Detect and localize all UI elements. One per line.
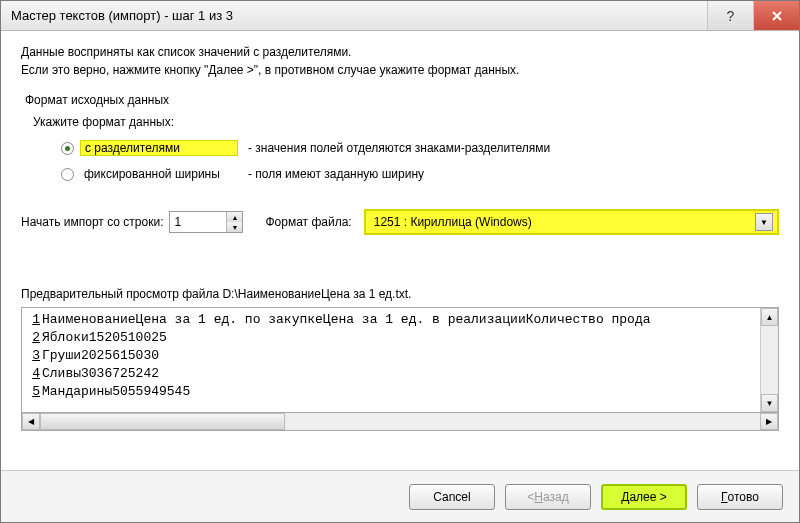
radio-fixed-label: фиксированной ширины <box>80 167 238 181</box>
finish-button[interactable]: Готово <box>697 484 783 510</box>
preview-line: 2Яблоки1520510025 <box>26 328 756 346</box>
scroll-track-h[interactable] <box>40 413 760 430</box>
chevron-down-icon[interactable]: ▼ <box>755 213 773 231</box>
start-row-input[interactable] <box>170 212 226 232</box>
window-title: Мастер текстов (импорт) - шаг 1 из 3 <box>11 8 707 23</box>
next-button[interactable]: Далее > <box>601 484 687 510</box>
spinner-down[interactable]: ▼ <box>227 222 242 232</box>
horizontal-scrollbar[interactable]: ◀ ▶ <box>21 413 779 431</box>
format-sub-label: Укажите формат данных: <box>33 115 779 129</box>
radio-delimited[interactable] <box>61 142 74 155</box>
start-row-label: Начать импорт со строки: <box>21 215 163 229</box>
vertical-scrollbar[interactable]: ▲ ▼ <box>760 308 778 412</box>
preview-line: 1НаименованиеЦена за 1 ед. по закупкеЦен… <box>26 310 756 328</box>
preview-line: 4Сливы3036725242 <box>26 364 756 382</box>
close-button[interactable] <box>753 1 799 30</box>
scroll-left-icon[interactable]: ◀ <box>22 413 40 430</box>
format-group-label: Формат исходных данных <box>25 93 779 107</box>
scroll-track[interactable] <box>761 326 778 394</box>
radio-delimited-desc: - значения полей отделяются знаками-разд… <box>248 141 550 155</box>
radio-fixed[interactable] <box>61 168 74 181</box>
cancel-button[interactable]: Cancel <box>409 484 495 510</box>
preview-line: 3Груши2025615030 <box>26 346 756 364</box>
spinner-up[interactable]: ▲ <box>227 212 242 222</box>
radio-row-fixed[interactable]: фиксированной ширины - поля имеют заданн… <box>61 163 779 185</box>
help-button[interactable]: ? <box>707 1 753 30</box>
radio-row-delimited[interactable]: с разделителями - значения полей отделяю… <box>61 137 779 159</box>
close-icon <box>771 10 783 22</box>
start-row-spinner[interactable]: ▲ ▼ <box>169 211 243 233</box>
file-origin-value: 1251 : Кириллица (Windows) <box>374 215 755 229</box>
titlebar: Мастер текстов (импорт) - шаг 1 из 3 ? <box>1 1 799 31</box>
scroll-down-icon[interactable]: ▼ <box>761 394 778 412</box>
preview-label: Предварительный просмотр файла D:\Наимен… <box>21 287 779 301</box>
file-origin-dropdown[interactable]: 1251 : Кириллица (Windows) ▼ <box>364 209 779 235</box>
preview-content[interactable]: 1НаименованиеЦена за 1 ед. по закупкеЦен… <box>22 308 760 412</box>
preview-line: 5Мандарины5055949545 <box>26 382 756 400</box>
intro-line-1: Данные восприняты как список значений с … <box>21 45 779 59</box>
scroll-up-icon[interactable]: ▲ <box>761 308 778 326</box>
scroll-right-icon[interactable]: ▶ <box>760 413 778 430</box>
wizard-window: Мастер текстов (импорт) - шаг 1 из 3 ? Д… <box>0 0 800 523</box>
import-row: Начать импорт со строки: ▲ ▼ Формат файл… <box>21 209 779 235</box>
radio-fixed-desc: - поля имеют заданную ширину <box>248 167 424 181</box>
radio-delimited-label: с разделителями <box>80 140 238 156</box>
intro-line-2: Если это верно, нажмите кнопку "Далее >"… <box>21 63 779 77</box>
footer: Cancel < Назад Далее > Готово <box>1 470 799 522</box>
scroll-thumb[interactable] <box>40 413 285 430</box>
preview-box: 1НаименованиеЦена за 1 ед. по закупкеЦен… <box>21 307 779 413</box>
spinner-arrows: ▲ ▼ <box>226 212 242 232</box>
titlebar-buttons: ? <box>707 1 799 30</box>
file-origin-label: Формат файла: <box>265 215 351 229</box>
back-button: < Назад <box>505 484 591 510</box>
content-area: Данные восприняты как список значений с … <box>1 31 799 470</box>
